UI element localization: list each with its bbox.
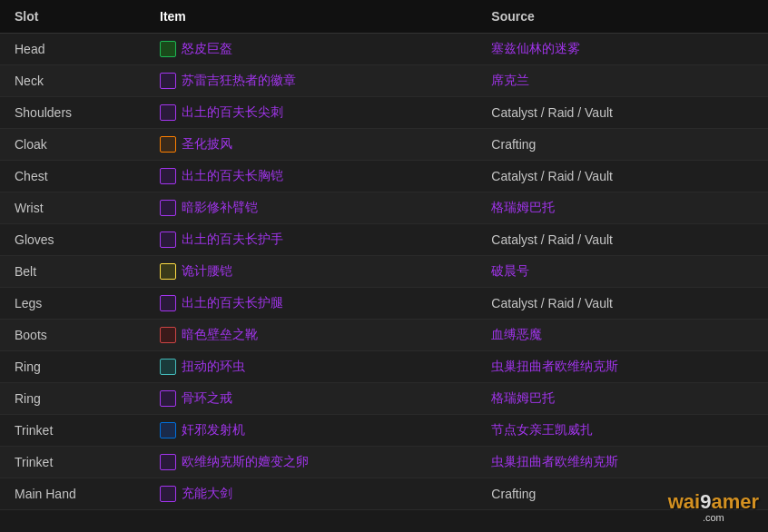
- item-name[interactable]: 暗影修补臂铠: [182, 200, 258, 216]
- item-icon: [160, 327, 176, 343]
- item-name[interactable]: 扭动的环虫: [182, 359, 245, 375]
- source-cell: Catalyst / Raid / Vault: [477, 161, 768, 192]
- table-row: Legs出土的百夫长护腿Catalyst / Raid / Vault: [0, 288, 768, 320]
- source-cell: 节点女亲王凯威扎: [477, 415, 768, 447]
- column-header-slot: Slot: [0, 0, 145, 34]
- item-icon: [160, 200, 176, 216]
- table-row: Head怒皮巨盔塞兹仙林的迷雾: [0, 34, 768, 65]
- item-cell[interactable]: 骨环之戒: [145, 383, 477, 415]
- item-cell[interactable]: 出土的百夫长胸铠: [145, 161, 477, 192]
- gear-table-container: Slot Item Source Head怒皮巨盔塞兹仙林的迷雾Neck苏雷吉狂…: [0, 0, 768, 510]
- slot-cell: Legs: [0, 288, 145, 320]
- table-row: Boots暗色壁垒之靴血缚恶魔: [0, 320, 768, 351]
- item-cell[interactable]: 暗色壁垒之靴: [145, 320, 477, 351]
- slot-cell: Ring: [0, 351, 145, 383]
- item-icon: [160, 263, 176, 280]
- item-icon: [160, 486, 176, 502]
- source-cell: 席克兰: [477, 65, 768, 97]
- table-row: Neck苏雷吉狂热者的徽章席克兰: [0, 65, 768, 97]
- table-row: Chest出土的百夫长胸铠Catalyst / Raid / Vault: [0, 161, 768, 192]
- slot-cell: Belt: [0, 256, 145, 288]
- table-row: Main Hand充能大剑Crafting: [0, 478, 768, 510]
- source-cell: 破晨号: [477, 256, 768, 288]
- slot-cell: Neck: [0, 65, 145, 97]
- item-icon: [160, 41, 176, 57]
- source-cell: 塞兹仙林的迷雾: [477, 34, 768, 65]
- item-cell[interactable]: 圣化披风: [145, 129, 477, 161]
- item-cell[interactable]: 奸邪发射机: [145, 415, 477, 447]
- item-name[interactable]: 暗色壁垒之靴: [182, 327, 258, 343]
- source-cell: 格瑞姆巴托: [477, 383, 768, 415]
- slot-cell: Boots: [0, 320, 145, 351]
- item-name[interactable]: 充能大剑: [182, 486, 232, 502]
- item-cell[interactable]: 诡计腰铠: [145, 256, 477, 288]
- item-name[interactable]: 圣化披风: [182, 136, 232, 153]
- item-cell[interactable]: 出土的百夫长尖刺: [145, 97, 477, 129]
- item-icon: [160, 390, 176, 407]
- item-icon: [160, 454, 176, 470]
- table-row: Cloak圣化披风Crafting: [0, 129, 768, 161]
- item-icon: [160, 232, 176, 248]
- slot-cell: Main Hand: [0, 478, 145, 510]
- item-name[interactable]: 骨环之戒: [182, 390, 232, 407]
- item-icon: [160, 422, 176, 438]
- watermark-sub: .com: [668, 512, 759, 523]
- item-name[interactable]: 怒皮巨盔: [182, 41, 232, 57]
- table-row: Trinket欧维纳克斯的嬗变之卵虫巢扭曲者欧维纳克斯: [0, 447, 768, 478]
- item-icon: [160, 168, 176, 184]
- watermark-text: wai9amer: [668, 492, 759, 512]
- item-icon: [160, 359, 176, 375]
- table-row: Trinket奸邪发射机节点女亲王凯威扎: [0, 415, 768, 447]
- item-cell[interactable]: 扭动的环虫: [145, 351, 477, 383]
- item-cell[interactable]: 欧维纳克斯的嬗变之卵: [145, 447, 477, 478]
- item-name[interactable]: 出土的百夫长护手: [182, 232, 283, 248]
- item-cell[interactable]: 出土的百夫长护手: [145, 224, 477, 256]
- source-cell: Crafting: [477, 129, 768, 161]
- item-icon: [160, 73, 176, 89]
- item-icon: [160, 104, 176, 121]
- source-cell: Catalyst / Raid / Vault: [477, 288, 768, 320]
- table-header-row: Slot Item Source: [0, 0, 768, 34]
- watermark: wai9amer .com: [668, 492, 759, 523]
- item-icon: [160, 136, 176, 153]
- table-row: Ring骨环之戒格瑞姆巴托: [0, 383, 768, 415]
- source-cell: 虫巢扭曲者欧维纳克斯: [477, 351, 768, 383]
- item-cell[interactable]: 暗影修补臂铠: [145, 192, 477, 224]
- item-name[interactable]: 出土的百夫长胸铠: [182, 168, 283, 184]
- item-cell[interactable]: 出土的百夫长护腿: [145, 288, 477, 320]
- source-cell: 血缚恶魔: [477, 320, 768, 351]
- item-name[interactable]: 出土的百夫长护腿: [182, 295, 283, 311]
- slot-cell: Gloves: [0, 224, 145, 256]
- slot-cell: Trinket: [0, 447, 145, 478]
- source-cell: Catalyst / Raid / Vault: [477, 97, 768, 129]
- source-cell: Catalyst / Raid / Vault: [477, 224, 768, 256]
- slot-cell: Trinket: [0, 415, 145, 447]
- slot-cell: Ring: [0, 383, 145, 415]
- item-name[interactable]: 欧维纳克斯的嬗变之卵: [182, 454, 309, 470]
- table-row: Wrist暗影修补臂铠格瑞姆巴托: [0, 192, 768, 224]
- slot-cell: Shoulders: [0, 97, 145, 129]
- table-row: Gloves出土的百夫长护手Catalyst / Raid / Vault: [0, 224, 768, 256]
- item-name[interactable]: 奸邪发射机: [182, 422, 245, 438]
- table-row: Shoulders出土的百夫长尖刺Catalyst / Raid / Vault: [0, 97, 768, 129]
- slot-cell: Cloak: [0, 129, 145, 161]
- table-row: Belt诡计腰铠破晨号: [0, 256, 768, 288]
- slot-cell: Wrist: [0, 192, 145, 224]
- gear-table: Slot Item Source Head怒皮巨盔塞兹仙林的迷雾Neck苏雷吉狂…: [0, 0, 768, 510]
- item-name[interactable]: 出土的百夫长尖刺: [182, 104, 283, 121]
- item-cell[interactable]: 苏雷吉狂热者的徽章: [145, 65, 477, 97]
- source-cell: 虫巢扭曲者欧维纳克斯: [477, 447, 768, 478]
- item-icon: [160, 295, 176, 311]
- slot-cell: Chest: [0, 161, 145, 192]
- table-row: Ring扭动的环虫虫巢扭曲者欧维纳克斯: [0, 351, 768, 383]
- source-cell: 格瑞姆巴托: [477, 192, 768, 224]
- item-cell[interactable]: 充能大剑: [145, 478, 477, 510]
- column-header-item: Item: [145, 0, 477, 34]
- item-name[interactable]: 诡计腰铠: [182, 263, 232, 280]
- slot-cell: Head: [0, 34, 145, 65]
- item-name[interactable]: 苏雷吉狂热者的徽章: [182, 73, 296, 89]
- item-cell[interactable]: 怒皮巨盔: [145, 34, 477, 65]
- column-header-source: Source: [477, 0, 768, 34]
